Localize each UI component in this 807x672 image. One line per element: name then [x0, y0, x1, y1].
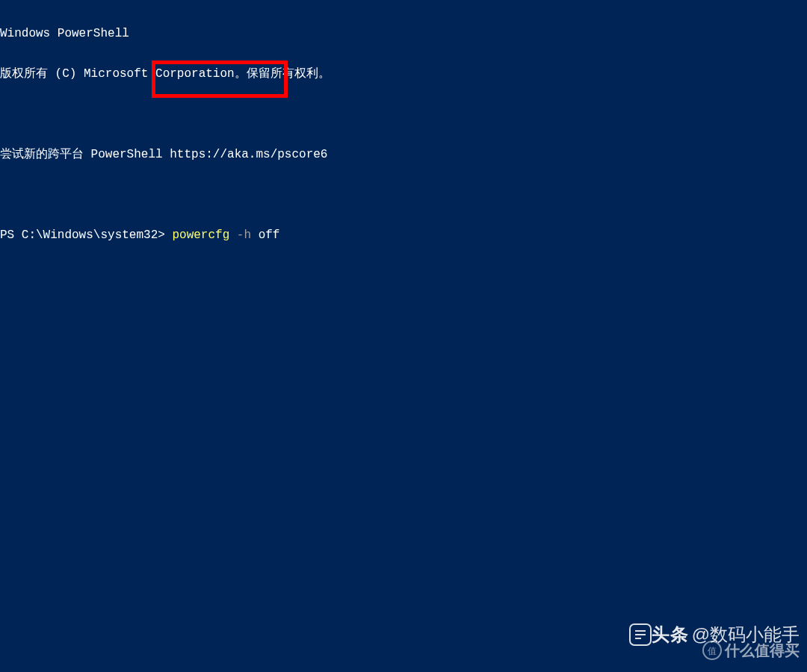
smzdm-watermark: 值 什么值得买: [702, 641, 800, 660]
svg-rect-0: [630, 624, 651, 645]
toutiao-icon: [629, 623, 652, 646]
prompt-arg: off: [251, 228, 279, 242]
svg-text:值: 值: [708, 646, 717, 656]
toutiao-watermark: 头条 @数码小能手: [629, 623, 800, 646]
blank-line-2: [0, 188, 807, 202]
prompt-line[interactable]: PS C:\Windows\system32> powercfg -h off: [0, 228, 807, 242]
powershell-terminal[interactable]: Windows PowerShell 版权所有 (C) Microsoft Co…: [0, 0, 807, 672]
toutiao-label: 头条: [652, 628, 689, 641]
notice-url: https://aka.ms/pscore6: [170, 148, 327, 161]
smzdm-icon: 值: [702, 641, 722, 660]
svg-point-4: [703, 641, 721, 659]
prompt-flag: -h: [229, 228, 251, 242]
blank-line-1: [0, 108, 807, 121]
notice-prefix: 尝试新的跨平台 PowerShell: [0, 148, 170, 161]
terminal-notice-line: 尝试新的跨平台 PowerShell https://aka.ms/pscore…: [0, 148, 807, 161]
terminal-copyright-line: 版权所有 (C) Microsoft Corporation。保留所有权利。: [0, 67, 807, 81]
terminal-title-line: Windows PowerShell: [0, 27, 807, 40]
watermark-handle: @数码小能手: [692, 628, 800, 641]
prompt-command: powercfg: [172, 228, 229, 242]
watermark-overlay: 头条 @数码小能手 值 什么值得买: [625, 612, 800, 657]
smzdm-text: 什么值得买: [725, 644, 800, 657]
prompt-path: PS C:\Windows\system32>: [0, 228, 172, 242]
